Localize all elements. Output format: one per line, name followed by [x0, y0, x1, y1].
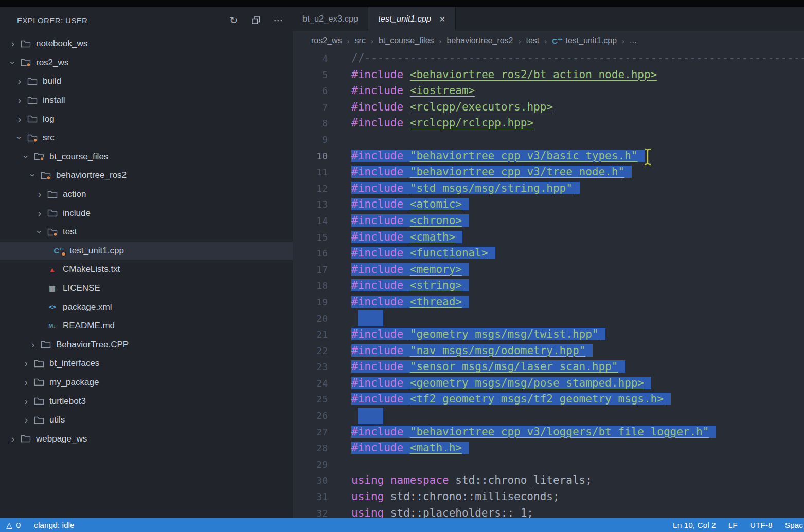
indentation-indicator[interactable]: Spac [785, 521, 803, 530]
tree-item-log[interactable]: › log [0, 109, 293, 129]
tree-item-include[interactable]: › include [0, 204, 293, 223]
line-number: 28 [293, 440, 351, 456]
code-line-31[interactable]: 31using std::chrono::milliseconds; [293, 489, 804, 505]
line-number: 13 [293, 196, 351, 213]
collapse-folders-icon[interactable] [252, 16, 260, 24]
chevron-right-icon[interactable]: › [21, 415, 32, 425]
chevron-right-icon[interactable]: › [7, 39, 19, 48]
chevron-right-icon[interactable]: › [14, 96, 25, 105]
chevron-down-icon[interactable]: › [15, 132, 24, 143]
breadcrumb-item-src[interactable]: src [355, 36, 366, 45]
more-actions-icon[interactable]: ⋯ [274, 15, 283, 25]
code-line-6[interactable]: 6#include <iostream> [293, 83, 804, 99]
chevron-right-icon[interactable]: › [7, 434, 19, 444]
code-line-20[interactable]: 20 [293, 310, 804, 327]
line-number: 4 [293, 50, 351, 67]
code-line-8[interactable]: 8#include <rclcpp/rclcpp.hpp> [293, 115, 804, 132]
chevron-down-icon[interactable]: › [35, 226, 44, 237]
eol-indicator[interactable]: LF [728, 521, 738, 530]
chevron-right-icon[interactable]: › [14, 115, 25, 124]
code-line-23[interactable]: 23#include "sensor_msgs/msg/laser_scan.h… [293, 359, 804, 375]
chevron-right-icon[interactable]: › [21, 359, 32, 368]
tree-item-turtlebot3[interactable]: › turtlebot3 [0, 392, 293, 411]
breadcrumb-item-test-unit1-cpp[interactable]: Ctest_unit1.cpp [552, 36, 617, 45]
tab-test-unit1-cpp[interactable]: test_unit1.cpp× [368, 7, 455, 31]
tree-item-webpage-ws[interactable]: › webpage_ws [0, 429, 293, 448]
code-line-27[interactable]: 27#include "behaviortree_cpp_v3/loggers/… [293, 424, 804, 441]
line-number: 25 [293, 391, 351, 408]
chevron-down-icon[interactable]: › [22, 151, 31, 162]
code-line-17[interactable]: 17#include <memory> [293, 262, 804, 278]
code-line-text: #include <string> [351, 278, 804, 294]
tree-item-notebook-ws[interactable]: › notebook_ws [0, 34, 293, 53]
tree-item-install[interactable]: › install [0, 91, 293, 110]
code-line-28[interactable]: 28#include <math.h> [293, 440, 804, 456]
code-line-16[interactable]: 16#include <functional> [293, 245, 804, 262]
code-line-29[interactable]: 29 [293, 456, 804, 473]
tab-bt-u2-ex3-cpp[interactable]: bt_u2_ex3.cpp [293, 7, 368, 31]
tree-item-behaviortree-ros2[interactable]: › behaviortree_ros2 [0, 166, 293, 185]
tree-item-action[interactable]: › action [0, 185, 293, 204]
code-line-32[interactable]: 32using std::placeholders::_1; [293, 505, 804, 518]
chevron-right-icon[interactable]: › [34, 190, 45, 199]
code-line-12[interactable]: 12#include "std_msgs/msg/string.hpp" [293, 180, 804, 197]
editor-area: bt_u2_ex3.cpptest_unit1.cpp× ros2_ws›src… [293, 7, 804, 518]
chevron-right-icon[interactable]: › [21, 397, 32, 406]
tab-bar: bt_u2_ex3.cpptest_unit1.cpp× [293, 7, 804, 31]
tree-item-test[interactable]: › test [0, 223, 293, 242]
chevron-right-icon[interactable]: › [27, 340, 39, 350]
code-line-22[interactable]: 22#include "nav_msgs/msg/odometry.hpp" [293, 343, 804, 359]
tree-item-bt-course-files[interactable]: › bt_course_files [0, 148, 293, 167]
tree-item-my-package[interactable]: › my_package [0, 373, 293, 392]
breadcrumb-item-behaviortree-ros2[interactable]: behaviortree_ros2 [447, 36, 513, 45]
code-line-10[interactable]: 10#include "behaviortree_cpp_v3/basic_ty… [293, 148, 804, 164]
code-line-11[interactable]: 11#include "behaviortree_cpp_v3/tree_nod… [293, 164, 804, 180]
tree-item-license[interactable]: ›▤LICENSE [0, 279, 293, 298]
tree-item-utils[interactable]: › utils [0, 411, 293, 430]
code-line-30[interactable]: 30using namespace std::chrono_literals; [293, 472, 804, 489]
refresh-explorer-icon[interactable]: ↻ [229, 15, 238, 25]
cursor-position[interactable]: Ln 10, Col 2 [673, 521, 716, 530]
breadcrumb-item--[interactable]: ... [630, 36, 636, 45]
code-line-15[interactable]: 15#include <cmath> [293, 229, 804, 246]
chevron-down-icon[interactable]: › [8, 57, 17, 68]
breadcrumb-item-test[interactable]: test [526, 36, 540, 45]
chevron-right-icon[interactable]: › [34, 209, 45, 218]
line-number: 30 [293, 472, 351, 489]
chevron-right-icon[interactable]: › [14, 77, 25, 86]
tree-item-cmakelists-txt[interactable]: ›▲CMakeLists.txt [0, 260, 293, 279]
tree-item-ros2-ws[interactable]: › ros2_ws [0, 53, 293, 72]
chevron-down-icon[interactable]: › [28, 170, 38, 181]
line-number: 9 [293, 132, 351, 148]
tree-item-behaviortree-cpp[interactable]: › BehaviorTree.CPP [0, 336, 293, 355]
tree-item-package-xml[interactable]: ›<>package.xml [0, 298, 293, 317]
code-line-4[interactable]: 4//-------------------------------------… [293, 50, 804, 67]
code-editor[interactable]: 4//-------------------------------------… [293, 50, 804, 518]
tree-item-test-unit1-cpp[interactable]: ›Ctest_unit1.cpp [0, 242, 293, 261]
language-server-status[interactable]: clangd: idle [34, 521, 74, 530]
selection-highlight: #include <chrono> [351, 214, 469, 227]
encoding-indicator[interactable]: UTF-8 [750, 521, 773, 530]
code-line-25[interactable]: 25#include <tf2_geometry_msgs/tf2_geomet… [293, 391, 804, 408]
code-line-26[interactable]: 26 [293, 408, 804, 424]
code-line-7[interactable]: 7#include <rclcpp/executors.hpp> [293, 99, 804, 116]
code-line-18[interactable]: 18#include <string> [293, 278, 804, 294]
tree-item-bt-interfaces[interactable]: › bt_interfaces [0, 354, 293, 373]
chevron-right-icon[interactable]: › [21, 378, 32, 387]
code-line-13[interactable]: 13#include <atomic> [293, 196, 804, 213]
tree-item-build[interactable]: › build [0, 72, 293, 91]
code-line-text: #include "behaviortree_cpp_v3/loggers/bt… [351, 424, 804, 441]
problems-indicator[interactable]: △ 0 [6, 521, 21, 530]
code-line-14[interactable]: 14#include <chrono> [293, 213, 804, 229]
breadcrumb-item-bt-course-files[interactable]: bt_course_files [379, 36, 434, 45]
close-icon[interactable]: × [439, 14, 445, 24]
tree-item-src[interactable]: › src [0, 129, 293, 148]
tree-item-readme-md[interactable]: ›M↓README.md [0, 317, 293, 336]
breadcrumb-item-ros2-ws[interactable]: ros2_ws [311, 36, 342, 45]
code-line-9[interactable]: 9 [293, 132, 804, 148]
selection-highlight: #include "behaviortree_cpp_v3/loggers/bt… [351, 426, 716, 438]
code-line-5[interactable]: 5#include <behaviortree_ros2/bt_action_n… [293, 67, 804, 83]
code-line-21[interactable]: 21#include "geometry_msgs/msg/twist.hpp" [293, 326, 804, 343]
code-line-24[interactable]: 24#include <geometry_msgs/msg/pose_stamp… [293, 375, 804, 392]
code-line-19[interactable]: 19#include <thread> [293, 294, 804, 310]
